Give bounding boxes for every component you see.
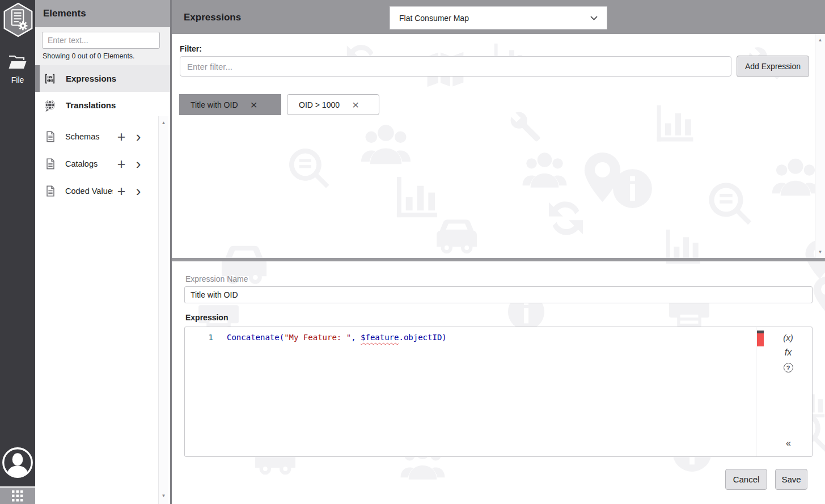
group-label: Schemas: [65, 132, 113, 141]
code-token-variable: $feature: [361, 333, 399, 342]
chevron-right-icon[interactable]: ›: [132, 184, 145, 198]
collapse-icon[interactable]: «: [764, 438, 812, 448]
apps-strip: [0, 486, 35, 504]
chevron-right-icon[interactable]: ›: [132, 129, 145, 144]
expressions-icon: [43, 72, 57, 86]
dataset-dropdown[interactable]: Flat Consumer Map: [390, 6, 607, 29]
code-editor: 1 Concatenate("My Feature: ", $feature.o…: [184, 327, 813, 457]
add-schema-button[interactable]: +: [114, 130, 129, 144]
error-marker-icon: [757, 331, 764, 346]
sidebar-item-label: Translations: [66, 100, 116, 110]
code-token-string: "My Feature: ": [284, 333, 351, 342]
help-icon[interactable]: ?: [764, 362, 812, 372]
chevron-right-icon[interactable]: ›: [132, 156, 145, 171]
document-icon: [44, 130, 57, 143]
folder-icon: [8, 54, 27, 70]
editor-overview-ruler: [756, 327, 756, 456]
elements-panel: Elements Showing 0 out of 0 Elements. Ex…: [35, 0, 170, 504]
main-scrollbar[interactable]: ▲ ▼: [815, 34, 825, 258]
editor-toolbar: (x) fx ? «: [764, 327, 812, 456]
document-icon: [44, 158, 57, 170]
line-number: 1: [202, 333, 213, 342]
scroll-up-icon[interactable]: ▲: [815, 37, 825, 43]
main-area: Expressions Flat Consumer Map Filter: Ad…: [172, 0, 825, 504]
user-avatar[interactable]: [1, 446, 34, 480]
code-token-function: Concatenate(: [227, 333, 284, 342]
functions-icon[interactable]: fx: [764, 348, 812, 358]
main-header: Expressions Flat Consumer Map: [172, 0, 825, 34]
expression-name-label: Expression Name: [185, 274, 248, 283]
filter-label: Filter:: [180, 44, 202, 53]
group-label: Catalogs: [65, 159, 113, 168]
sidebar-item-expressions[interactable]: Expressions: [35, 65, 170, 92]
scroll-down-icon[interactable]: ▼: [815, 249, 825, 255]
document-icon: [44, 185, 57, 197]
app-logo-icon[interactable]: [2, 2, 35, 39]
panel-splitter[interactable]: [172, 258, 825, 261]
expression-name-input[interactable]: [184, 286, 813, 303]
add-coded-value-button[interactable]: +: [114, 184, 129, 198]
expression-chip-label: OID > 1000: [299, 100, 340, 109]
apps-grid-icon[interactable]: [12, 490, 23, 502]
expression-chip-label: Title with OID: [191, 100, 238, 109]
expression-editor-panel: Expression Name Expression 1 Concatenate…: [172, 261, 825, 504]
group-row-coded-values[interactable]: Coded Values + ›: [35, 179, 170, 204]
save-button[interactable]: Save: [775, 469, 807, 490]
sidebar-item-translations[interactable]: Translations: [35, 92, 170, 118]
file-menu-button[interactable]: File: [0, 54, 35, 84]
expression-chip[interactable]: OID > 1000 ×: [287, 94, 379, 115]
app-sidebar: File: [0, 0, 35, 504]
expression-label: Expression: [185, 313, 228, 322]
panel-divider: [170, 0, 172, 504]
group-row-schemas[interactable]: Schemas + ›: [35, 124, 170, 149]
filter-input[interactable]: [180, 56, 731, 77]
add-catalog-button[interactable]: +: [114, 157, 129, 171]
elements-search-section: Showing 0 out of 0 Elements.: [35, 27, 170, 65]
group-label: Coded Values: [65, 187, 113, 196]
chevron-down-icon: [590, 16, 598, 20]
elements-panel-header: Elements: [35, 0, 170, 27]
scroll-down-icon[interactable]: ▼: [159, 493, 168, 498]
code-token-separator: ,: [351, 333, 361, 342]
sidebar-item-label: Expressions: [66, 74, 116, 83]
scroll-up-icon[interactable]: ▲: [159, 120, 168, 125]
expressions-list-panel: Filter: Add Expression Title with OID × …: [172, 34, 825, 258]
group-row-catalogs[interactable]: Catalogs + ›: [35, 151, 170, 176]
expression-chip-selected[interactable]: Title with OID ×: [179, 94, 281, 115]
add-expression-button[interactable]: Add Expression: [737, 56, 809, 77]
translations-icon: [43, 99, 57, 112]
search-input[interactable]: [42, 32, 160, 49]
variables-icon[interactable]: (x): [764, 333, 812, 342]
code-editor-surface[interactable]: 1 Concatenate("My Feature: ", $feature.o…: [185, 327, 756, 456]
page-title: Expressions: [184, 12, 241, 23]
elements-count-status: Showing 0 out of 0 Elements.: [43, 52, 135, 60]
code-line: Concatenate("My Feature: ", $feature.obj…: [227, 333, 447, 342]
cancel-button[interactable]: Cancel: [725, 469, 767, 490]
elements-panel-title: Elements: [43, 8, 86, 19]
dataset-dropdown-value: Flat Consumer Map: [399, 14, 590, 23]
close-icon[interactable]: ×: [251, 99, 257, 111]
code-token-member: .objectID): [399, 333, 446, 342]
close-icon[interactable]: ×: [352, 99, 359, 111]
elements-scrollbar[interactable]: ▲ ▼: [158, 116, 168, 504]
file-menu-label: File: [0, 75, 35, 84]
